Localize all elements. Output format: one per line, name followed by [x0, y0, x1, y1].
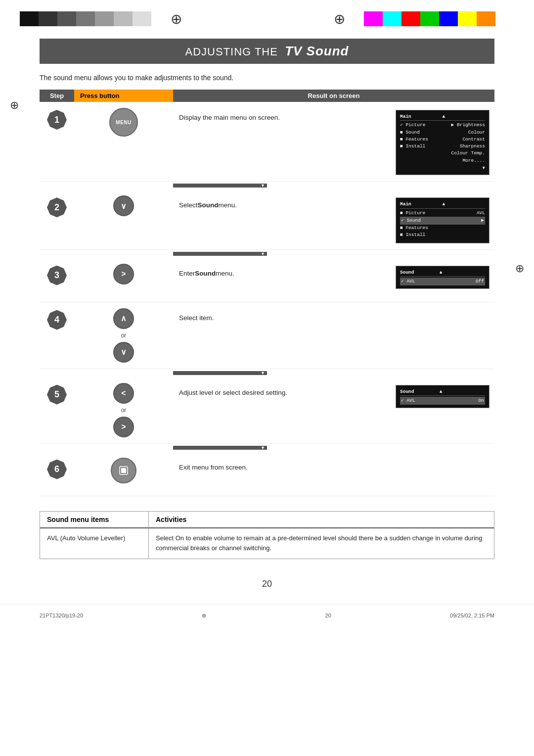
- header-result: Result on screen: [173, 90, 494, 102]
- crosshair-left: ⊕: [166, 9, 186, 29]
- step-3-press: >: [74, 264, 173, 284]
- up-button-4[interactable]: ∧: [113, 308, 134, 329]
- divider-2: ▼: [40, 250, 494, 258]
- bar-darkgray: [39, 11, 57, 26]
- step-2-screen: Main ▲ ■ PictureAVL ✓ Sound▶ ■ Features …: [391, 195, 494, 243]
- bar-magenta: [364, 11, 383, 26]
- bottom-table: Sound menu items Activities AVL (Auto Vo…: [40, 511, 494, 560]
- step-2-press: ∨: [74, 195, 173, 216]
- page-title: Adjusting the TV Sound: [49, 44, 485, 59]
- step-4-text: Select item.: [173, 308, 391, 326]
- reg-mark-right: ⊕: [515, 262, 524, 275]
- step-4-screen: [391, 308, 494, 310]
- bar-white2: [495, 11, 514, 26]
- step-2-number-col: 2: [40, 195, 74, 217]
- step-6-text: Exit menu from screen.: [173, 458, 391, 475]
- step-row-2: 2 ∨ Select Sound menu. Main ▲ ■ PictureA…: [40, 189, 494, 249]
- description: The sound menu allows you to make adjust…: [40, 74, 494, 82]
- bar-silver: [114, 11, 133, 26]
- divider-5: ▼: [40, 444, 494, 452]
- step-1-number-col: 1: [40, 108, 74, 130]
- bar-green: [420, 11, 439, 26]
- step-5-text: Adjust level or select desired setting.: [173, 383, 391, 401]
- step-2-text: Select Sound menu.: [173, 195, 391, 213]
- step-row-6: 6 Exit menu from screen.: [40, 452, 494, 496]
- bar-cyan: [383, 11, 401, 26]
- step-5-press: < or >: [74, 383, 173, 437]
- step-6-number-col: 6: [40, 458, 74, 479]
- screen-divider-1: ▼: [173, 184, 267, 188]
- step-row-3: 3 > Enter Sound menu. Sound ▲ ✓ AVLOff: [40, 258, 494, 302]
- footer-crosshair: ⊕: [202, 613, 206, 619]
- or-label-5: or: [121, 407, 127, 414]
- bar-red: [401, 11, 420, 26]
- left-color-bars: [20, 11, 151, 26]
- divider-1: ▼: [40, 182, 494, 189]
- exit-button[interactable]: [111, 458, 136, 483]
- bar-black: [20, 11, 39, 26]
- screen-sound2: Sound ▲ ✓ AVLOn: [396, 385, 490, 409]
- step-6-screen: [391, 458, 494, 460]
- step-row-4: 4 ∧ or ∨ Select item.: [40, 302, 494, 369]
- header-press-button: Press button: [74, 90, 173, 102]
- step-1-number: 1: [47, 110, 67, 130]
- bottom-activity-1: Select On to enable volume to remain at …: [149, 528, 494, 559]
- page-title-bar: Adjusting the TV Sound: [40, 39, 494, 64]
- step-3-screen: Sound ▲ ✓ AVLOff: [391, 264, 494, 289]
- page-content: Adjusting the TV Sound The sound menu al…: [0, 39, 534, 589]
- footer-left: 21PT1320/p19-20: [40, 613, 83, 619]
- reg-mark-left: ⊕: [10, 99, 19, 112]
- step-4-number-col: 4: [40, 308, 74, 330]
- bottom-header-col1: Sound menu items: [40, 512, 149, 528]
- step-2-number: 2: [47, 197, 67, 217]
- divider-4: ▼: [40, 369, 494, 377]
- left-button-5[interactable]: <: [113, 383, 134, 404]
- step-5-number-col: 5: [40, 383, 74, 405]
- down-button-2[interactable]: ∨: [113, 195, 134, 216]
- step-1-text: Display the main menu on screen.: [173, 108, 391, 126]
- step-1-press: MENU: [74, 108, 173, 137]
- svg-rect-1: [121, 468, 126, 473]
- step-6-press: [74, 458, 173, 483]
- bar-blue: [439, 11, 458, 26]
- right-color-bars: [364, 11, 514, 26]
- bar-midgray: [76, 11, 95, 26]
- bar-gray: [57, 11, 76, 26]
- step-4-press: ∧ or ∨: [74, 308, 173, 363]
- screen-main2: Main ▲ ■ PictureAVL ✓ Sound▶ ■ Features …: [396, 197, 490, 243]
- bottom-item-1: AVL (Auto Volume Leveller): [40, 528, 149, 559]
- top-bar: ⊕ ⊕: [0, 0, 534, 34]
- step-5-screen: Sound ▲ ✓ AVLOn: [391, 383, 494, 409]
- step-row-1: 1 MENU Display the main menu on screen. …: [40, 102, 494, 182]
- screen-divider-5: ▼: [173, 446, 267, 450]
- bottom-table-row-1: AVL (Auto Volume Leveller) Select On to …: [40, 528, 494, 559]
- step-5-number: 5: [47, 385, 67, 405]
- bar-orange: [477, 11, 495, 26]
- bar-white: [133, 11, 151, 26]
- header-step: Step: [40, 90, 74, 102]
- step-6-number: 6: [47, 460, 67, 479]
- crosshair-right: ⊕: [329, 9, 349, 29]
- footer-right: 09/25/02, 2:15 PM: [450, 613, 494, 619]
- screen-sound2-title: Sound ▲: [400, 388, 485, 396]
- menu-button[interactable]: MENU: [109, 108, 138, 137]
- steps-body: 1 MENU Display the main menu on screen. …: [40, 102, 494, 496]
- screen-sound1-title: Sound ▲: [400, 269, 485, 277]
- step-3-number: 3: [47, 266, 67, 285]
- right-button-5[interactable]: >: [113, 417, 134, 437]
- down-button-4[interactable]: ∨: [113, 342, 134, 363]
- bottom-table-header: Sound menu items Activities: [40, 512, 494, 528]
- or-label-4: or: [121, 332, 127, 339]
- bottom-header-col2: Activities: [149, 512, 494, 528]
- screen-sound1: Sound ▲ ✓ AVLOff: [396, 266, 490, 289]
- bar-lightgray: [95, 11, 114, 26]
- page-number: 20: [40, 579, 494, 589]
- screen-main1: Main ▲ ✓ Picture▶ Brightness ■ SoundColo…: [396, 110, 490, 175]
- step-4-number: 4: [47, 310, 67, 330]
- step-row-5: 5 < or > Adjust level or select desired …: [40, 377, 494, 444]
- screen-main1-title: Main ▲: [400, 113, 485, 121]
- screen-divider-4: ▼: [173, 371, 267, 375]
- right-button-3[interactable]: >: [113, 264, 134, 284]
- footer-center: 20: [325, 613, 331, 619]
- screen-main2-title: Main ▲: [400, 201, 485, 208]
